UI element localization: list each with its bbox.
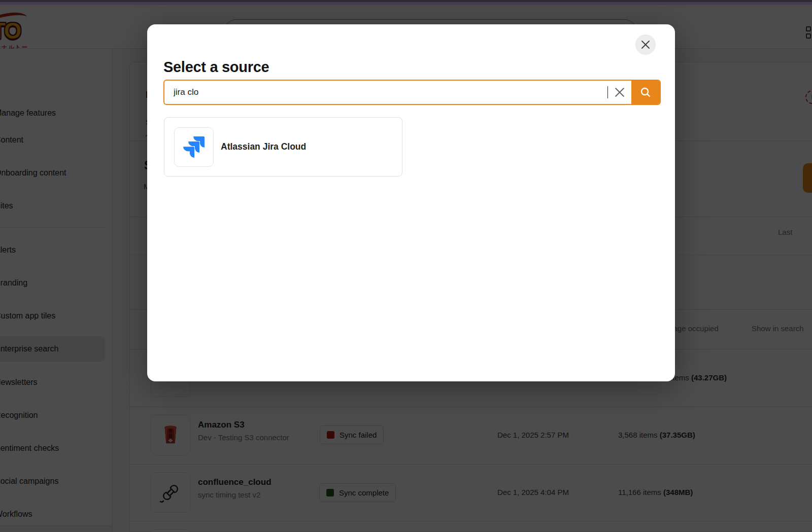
jira-logo-icon: [174, 127, 214, 167]
search-submit-button[interactable]: [631, 81, 660, 104]
clear-search-icon[interactable]: [608, 81, 631, 104]
window-top-strip: [0, 0, 812, 5]
screen: TO ーナルトー Search Team Spaces' Intranet Co…: [0, 0, 812, 532]
modal-search-input[interactable]: [164, 81, 661, 104]
select-source-modal: Select a source: [147, 24, 675, 381]
source-result-jira-cloud[interactable]: Atlassian Jira Cloud: [164, 117, 402, 176]
source-result-label: Atlassian Jira Cloud: [221, 141, 306, 152]
close-icon[interactable]: [635, 34, 656, 55]
modal-title: Select a source: [163, 59, 269, 76]
modal-search-bar: [163, 80, 661, 105]
